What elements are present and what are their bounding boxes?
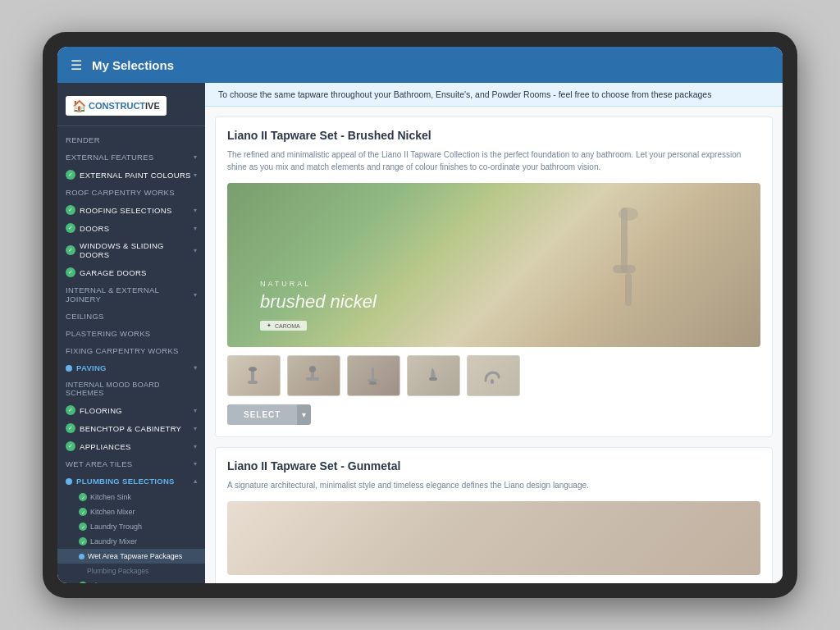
logo-house-icon: 🏠 <box>72 99 86 112</box>
sidebar-item-external-features[interactable]: EXTERNAL FEATURES ▾ <box>57 148 205 166</box>
svg-point-6 <box>249 367 257 372</box>
logo-ive: IVE <box>145 101 160 111</box>
sidebar-sub-wet-area-tapware[interactable]: Wet Area Tapware Packages <box>57 549 205 564</box>
thumb-faucet-1 <box>240 366 268 386</box>
chevron-icon: ▾ <box>194 582 197 583</box>
svg-rect-10 <box>372 368 374 381</box>
svg-point-9 <box>309 366 316 372</box>
check-icon: ✓ <box>66 223 75 233</box>
header-title: My Selections <box>92 58 174 72</box>
sidebar-item-garage[interactable]: ✓ GARAGE DOORS <box>57 263 205 281</box>
check-icon: ✓ <box>66 405 75 415</box>
chevron-icon: ▾ <box>194 171 197 179</box>
sidebar-item-appliances[interactable]: ✓ APPLIANCES ▾ <box>57 437 205 455</box>
dot-icon <box>66 365 72 372</box>
chevron-icon: ▾ <box>194 291 197 299</box>
svg-rect-14 <box>491 379 494 384</box>
check-icon: ✓ <box>79 523 87 531</box>
thumb-faucet-2 <box>299 366 328 386</box>
product-card-brushed-nickel: Liano II Tapware Set - Brushed Nickel Th… <box>215 116 773 437</box>
app-header: ☰ My Selections <box>57 47 783 83</box>
svg-rect-13 <box>429 377 437 381</box>
product-thumbnails <box>227 355 760 396</box>
chevron-icon: ▾ <box>194 153 197 161</box>
sidebar-item-windows[interactable]: ✓ WINDOWS & SLIDING DOORS ▾ <box>57 237 205 263</box>
svg-rect-2 <box>625 273 632 306</box>
svg-rect-1 <box>613 265 636 273</box>
main-layout: 🏠 CONSTRUCT IVE RENDER EXTERNAL FEATURES… <box>57 83 783 583</box>
sidebar-sub-laundry-trough[interactable]: ✓ Laundry Trough <box>57 519 205 534</box>
svg-rect-8 <box>306 377 319 381</box>
logo: 🏠 CONSTRUCT IVE <box>66 96 167 116</box>
sidebar-sub-kitchen-mixer[interactable]: ✓ Kitchen Mixer <box>57 504 205 519</box>
check-icon: ✓ <box>66 441 75 451</box>
product-title-gunmetal: Liano II Tapware Set - Gunmetal <box>227 459 760 472</box>
select-button-group: SELECT ▾ <box>227 404 760 425</box>
svg-rect-12 <box>369 381 377 385</box>
check-icon: ✓ <box>79 508 87 516</box>
thumb-faucet-3 <box>359 366 388 386</box>
check-icon: ✓ <box>66 267 75 277</box>
sidebar-item-external-paint[interactable]: ✓ EXTERNAL PAINT COLOURS ▾ <box>57 166 205 184</box>
chevron-icon: ▾ <box>194 207 197 214</box>
chevron-icon: ▾ <box>194 364 197 372</box>
product-image-gunmetal <box>227 501 760 575</box>
sidebar-sub-plumbing-packages[interactable]: Plumbing Packages <box>57 564 205 578</box>
product-desc-gunmetal: A signature architectural, minimalist st… <box>227 479 760 491</box>
thumb-spout-5 <box>479 366 508 386</box>
content-area: To choose the same tapware throughout yo… <box>205 83 783 583</box>
check-icon: ✓ <box>66 205 75 215</box>
info-banner: To choose the same tapware throughout yo… <box>205 83 783 107</box>
thumb-faucet-4 <box>419 366 448 386</box>
thumbnail-2[interactable] <box>287 355 340 396</box>
tablet-frame: ☰ My Selections 🏠 CONSTRUCT IVE RENDER E <box>43 32 797 598</box>
select-dropdown-button[interactable]: ▾ <box>297 404 311 425</box>
product-image-brushed-nickel: NATURAL brushed nickel ✦ CAROMA <box>227 183 760 347</box>
thumbnail-5[interactable] <box>467 355 520 396</box>
svg-rect-5 <box>248 381 258 384</box>
product-title-brushed-nickel: Liano II Tapware Set - Brushed Nickel <box>227 129 760 142</box>
thumbnail-3[interactable] <box>347 355 400 396</box>
logo-area: 🏠 CONSTRUCT IVE <box>57 89 205 126</box>
sidebar-sub-kitchen-sink[interactable]: ✓ Kitchen Sink <box>57 490 205 504</box>
product-card-gunmetal: Liano II Tapware Set - Gunmetal A signat… <box>215 447 773 583</box>
check-icon: ✓ <box>79 493 87 501</box>
sidebar-item-roof-carpentry[interactable]: ROOF CARPENTRY WORKS <box>57 184 205 201</box>
sidebar-item-render[interactable]: RENDER <box>57 131 205 148</box>
dot-icon <box>79 554 84 559</box>
check-icon: ✓ <box>66 245 75 255</box>
sidebar-item-plastering[interactable]: PLASTERING WORKS <box>57 325 205 342</box>
sidebar-item-fixing-carpentry[interactable]: FIXING CARPENTRY WORKS <box>57 342 205 359</box>
select-button[interactable]: SELECT <box>227 404 297 425</box>
menu-icon[interactable]: ☰ <box>71 57 82 73</box>
sidebar-item-ceilings[interactable]: CEILINGS <box>57 308 205 325</box>
sidebar-item-paving[interactable]: PAVING ▾ <box>57 359 205 377</box>
sidebar-item-roofing[interactable]: ✓ ROOFING SELECTIONS ▾ <box>57 201 205 219</box>
sidebar-item-benchtop[interactable]: ✓ BENCHTOP & CABINETRY ▾ <box>57 419 205 437</box>
product-desc-brushed-nickel: The refined and minimalistic appeal of t… <box>227 148 760 173</box>
chevron-icon: ▾ <box>194 247 197 254</box>
sidebar-sub-laundry-mixer[interactable]: ✓ Laundry Mixer <box>57 534 205 549</box>
sidebar-item-plumbing[interactable]: PLUMBING SELECTIONS ▴ <box>57 472 205 490</box>
chevron-icon: ▾ <box>194 425 197 432</box>
thumbnail-4[interactable] <box>407 355 460 396</box>
sidebar-item-doors[interactable]: ✓ DOORS ▾ <box>57 219 205 237</box>
logo-construct: CONSTRUCT <box>89 101 145 111</box>
sidebar-sub-shower[interactable]: ✓ Shower ▾ <box>57 578 205 583</box>
sidebar-item-wet-area[interactable]: WET AREA TILES ▾ <box>57 455 205 472</box>
tablet-screen: ☰ My Selections 🏠 CONSTRUCT IVE RENDER E <box>57 47 783 583</box>
faucet-illustration <box>547 199 711 331</box>
chevron-icon: ▾ <box>194 225 197 232</box>
sidebar-item-joinery[interactable]: INTERNAL & EXTERNAL JOINERY ▾ <box>57 281 205 308</box>
sidebar-item-mood-board[interactable]: INTERNAL MOOD BOARD SCHEMES <box>57 377 205 401</box>
dot-icon <box>66 478 72 485</box>
sidebar-item-flooring[interactable]: ✓ FLOORING ▾ <box>57 401 205 419</box>
chevron-icon: ▾ <box>194 407 197 414</box>
brand-badge: ✦ CAROMA <box>260 321 307 331</box>
check-icon: ✓ <box>66 170 75 180</box>
check-icon: ✓ <box>79 582 87 583</box>
chevron-icon: ▾ <box>194 443 197 450</box>
chevron-up-icon: ▴ <box>194 477 197 485</box>
thumbnail-1[interactable] <box>227 355 281 396</box>
chevron-icon: ▾ <box>194 460 197 468</box>
